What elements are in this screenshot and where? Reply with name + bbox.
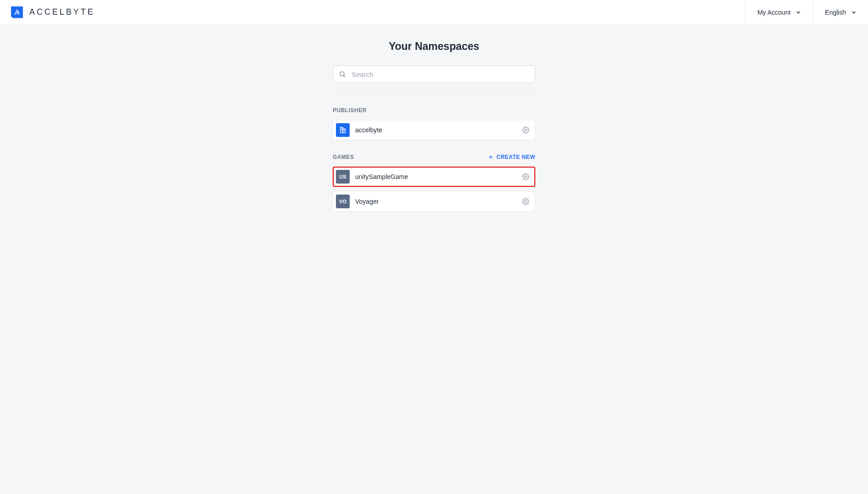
publisher-name: accelbyte [355, 126, 521, 134]
chevron-down-icon [796, 10, 801, 15]
games-section-label: GAMES [333, 154, 354, 160]
game-code-badge: US [336, 170, 350, 184]
chevron-down-icon [852, 10, 856, 15]
svg-line-1 [344, 76, 345, 77]
svg-point-13 [525, 201, 527, 202]
game-settings-button[interactable] [521, 172, 530, 181]
header-right: My Account English [745, 0, 868, 24]
my-account-dropdown[interactable]: My Account [745, 0, 813, 24]
main-content: Your Namespaces PUBLISHER a [333, 40, 535, 212]
gear-icon [522, 198, 529, 205]
games-section-header: GAMES CREATE NEW [333, 154, 535, 160]
language-dropdown[interactable]: English [813, 0, 868, 24]
logo-mark-icon [11, 6, 23, 18]
game-card-voyager[interactable]: VO Voyager [333, 191, 535, 212]
game-settings-button[interactable] [521, 197, 530, 206]
plus-icon [488, 154, 494, 160]
publisher-settings-button[interactable] [521, 125, 530, 135]
page-title: Your Namespaces [333, 40, 535, 53]
publisher-card[interactable]: accelbyte [333, 120, 535, 140]
divider [333, 94, 535, 94]
brand-logo[interactable]: ACCELBYTE [11, 6, 95, 18]
search-field[interactable] [333, 65, 535, 83]
game-name: unitySampleGame [355, 173, 521, 180]
games-section: GAMES CREATE NEW US unitySampleGame VO V… [333, 154, 535, 212]
my-account-label: My Account [758, 9, 791, 16]
game-name: Voyager [355, 198, 521, 205]
publisher-section-header: PUBLISHER [333, 107, 535, 114]
game-card-unitysamplegame[interactable]: US unitySampleGame [333, 167, 535, 187]
gear-icon [522, 173, 529, 180]
publisher-section: PUBLISHER accelbyte [333, 107, 535, 140]
search-icon [339, 71, 346, 78]
svg-point-0 [340, 72, 344, 76]
brand-name: ACCELBYTE [29, 7, 95, 17]
search-input[interactable] [346, 71, 529, 78]
app-header: ACCELBYTE My Account English [0, 0, 868, 25]
language-label: English [825, 9, 846, 16]
create-new-button[interactable]: CREATE NEW [488, 154, 535, 160]
create-new-label: CREATE NEW [496, 154, 535, 160]
svg-point-9 [525, 129, 527, 131]
publisher-section-label: PUBLISHER [333, 107, 367, 114]
gear-icon [522, 126, 529, 134]
svg-point-12 [525, 176, 527, 178]
game-code-badge: VO [336, 195, 350, 208]
building-icon [336, 123, 350, 137]
